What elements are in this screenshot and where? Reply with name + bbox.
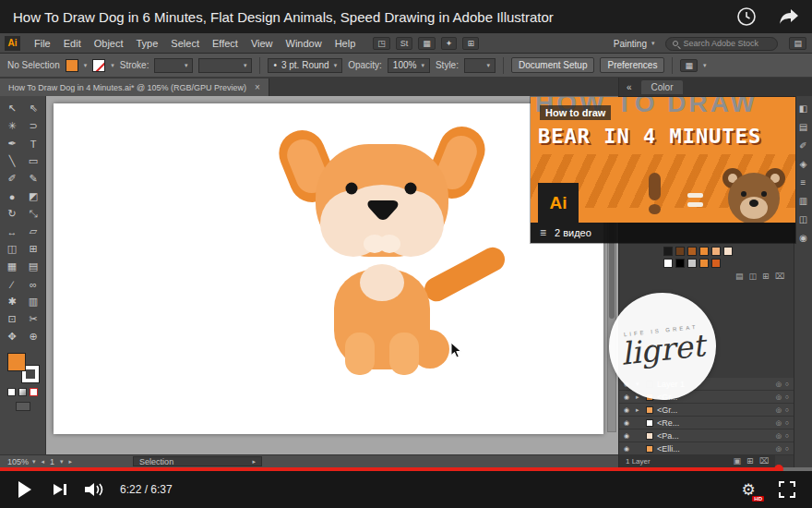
- fill-stroke-indicator[interactable]: [7, 353, 39, 382]
- appearance-panel-icon[interactable]: ◉: [799, 234, 807, 243]
- layer-name[interactable]: <Pa...: [657, 431, 772, 441]
- color-panel-tab[interactable]: Color: [641, 80, 684, 94]
- line-segment-tool[interactable]: ╲: [3, 152, 22, 170]
- selection-circle-icon[interactable]: ○: [785, 419, 789, 426]
- swatch[interactable]: [663, 259, 673, 268]
- play-button[interactable]: [7, 471, 42, 508]
- swatch[interactable]: [723, 247, 733, 256]
- document-setup-button[interactable]: Document Setup: [511, 57, 595, 73]
- eyedropper-tool[interactable]: ∕: [3, 275, 22, 293]
- zoom-control[interactable]: 105% ▾: [7, 457, 36, 466]
- visibility-eye-icon[interactable]: ◉: [624, 432, 632, 440]
- direct-selection-tool[interactable]: ⇖: [24, 100, 43, 117]
- video-title[interactable]: How To Draw Dog in 6 Minutes, Flat Desig…: [13, 9, 736, 25]
- stroke-color-swatch[interactable]: [92, 59, 105, 72]
- selection-circle-icon[interactable]: ○: [785, 406, 789, 413]
- menu-item[interactable]: File: [28, 38, 57, 49]
- rectangle-tool[interactable]: ▭: [24, 152, 43, 170]
- selection-tool[interactable]: ↖: [3, 100, 22, 117]
- swatch[interactable]: [687, 247, 697, 256]
- selection-circle-icon[interactable]: ○: [785, 445, 789, 452]
- color-white-icon[interactable]: [7, 388, 16, 396]
- playlist-bar[interactable]: ≡ 2 видео: [531, 223, 795, 243]
- visibility-eye-icon[interactable]: ◉: [624, 393, 632, 401]
- artboard-next-icon[interactable]: ▸: [69, 458, 73, 466]
- pencil-tool[interactable]: ✎: [24, 170, 43, 187]
- selection-circle-icon[interactable]: ○: [785, 393, 789, 400]
- card-thumbnail[interactable]: HOW TO DRAW How to draw BEAR IN 4 MINUTE…: [531, 97, 795, 223]
- volume-button[interactable]: [78, 471, 113, 508]
- document-tab[interactable]: How To Draw Dog in 4 Minutes.ai* @ 105% …: [0, 79, 269, 96]
- visibility-eye-icon[interactable]: ◉: [624, 419, 632, 427]
- artboard[interactable]: [54, 103, 603, 434]
- swatch[interactable]: [675, 259, 685, 268]
- eraser-tool[interactable]: ◩: [24, 187, 43, 205]
- target-circle-icon[interactable]: ◎: [776, 381, 782, 388]
- perspective-grid-tool[interactable]: ⊞: [24, 240, 43, 258]
- menubar-icon-button[interactable]: ▦: [418, 37, 436, 50]
- opacity-dropdown[interactable]: 100% ▾: [388, 58, 430, 73]
- layer-name[interactable]: <Elli...: [657, 444, 772, 454]
- hand-tool[interactable]: ✥: [3, 328, 22, 345]
- stroke-weight-dropdown[interactable]: ▾: [154, 58, 193, 73]
- layer-row[interactable]: ◉ ▸ <Gr... ◎ ○: [619, 404, 794, 417]
- status-tool-indicator[interactable]: Selection ▸: [133, 456, 262, 466]
- trash-icon[interactable]: ⌧: [775, 272, 784, 281]
- new-swatch-icon[interactable]: ⊞: [762, 272, 770, 281]
- swatch[interactable]: [687, 259, 697, 268]
- blob-brush-tool[interactable]: ●: [3, 187, 22, 205]
- magic-wand-tool[interactable]: ✳: [3, 117, 22, 135]
- menu-item[interactable]: Type: [130, 38, 165, 49]
- target-circle-icon[interactable]: ◎: [776, 393, 782, 401]
- artboard-tool[interactable]: ⊡: [3, 310, 22, 328]
- swatch[interactable]: [675, 247, 685, 256]
- scale-tool[interactable]: ⤡: [24, 205, 43, 223]
- expand-arrow-icon[interactable]: ▸: [636, 406, 642, 414]
- menu-item[interactable]: Select: [164, 38, 206, 49]
- free-transform-tool[interactable]: ▱: [24, 223, 43, 240]
- workspace-switcher[interactable]: Painting ▾: [614, 39, 655, 49]
- brushes-panel-icon[interactable]: ✐: [799, 141, 806, 151]
- column-graph-tool[interactable]: ▥: [24, 293, 43, 310]
- swatch-kinds-icon[interactable]: ◫: [749, 272, 758, 281]
- blend-tool[interactable]: ∞: [24, 275, 43, 293]
- visibility-eye-icon[interactable]: ◉: [624, 406, 632, 414]
- menu-item[interactable]: Help: [328, 38, 363, 49]
- menu-item[interactable]: Object: [88, 38, 130, 49]
- symbols-panel-icon[interactable]: ◈: [800, 160, 807, 169]
- panel-grid-icon[interactable]: ▤: [789, 37, 806, 50]
- lasso-tool[interactable]: ⊃: [24, 117, 43, 135]
- width-tool[interactable]: ↔: [3, 223, 22, 240]
- layer-name[interactable]: <Re...: [657, 418, 772, 428]
- menu-item[interactable]: Edit: [57, 38, 88, 49]
- color-panel-icon[interactable]: ◧: [799, 104, 807, 114]
- screen-mode-icon[interactable]: [16, 402, 30, 411]
- close-icon[interactable]: ×: [255, 82, 260, 92]
- pen-tool[interactable]: ✒: [3, 135, 22, 152]
- slice-tool[interactable]: ✂: [24, 310, 43, 328]
- next-button[interactable]: [42, 471, 78, 508]
- swatch[interactable]: [663, 247, 673, 256]
- align-panel-icon[interactable]: ▦: [680, 59, 698, 72]
- gradient-tool[interactable]: ▤: [24, 258, 43, 275]
- swatches-panel-icon[interactable]: ▤: [799, 123, 807, 132]
- fill-swatch-indicator[interactable]: [7, 353, 26, 371]
- watch-later-icon[interactable]: [736, 6, 757, 27]
- menubar-icon-button[interactable]: St: [396, 37, 413, 50]
- none-icon[interactable]: [30, 388, 38, 396]
- shape-builder-tool[interactable]: ◫: [3, 240, 22, 258]
- share-icon[interactable]: [779, 8, 799, 25]
- make-mask-icon[interactable]: ▣: [734, 456, 742, 466]
- transparency-panel-icon[interactable]: ◫: [799, 215, 807, 224]
- layer-row[interactable]: ◉ <Re... ◎ ○: [619, 417, 794, 429]
- target-circle-icon[interactable]: ◎: [776, 445, 782, 453]
- menu-item[interactable]: View: [245, 38, 280, 49]
- rotate-tool[interactable]: ↻: [3, 205, 22, 223]
- menubar-icon-button[interactable]: ⊞: [462, 37, 479, 50]
- mesh-tool[interactable]: ▦: [3, 258, 22, 275]
- swatch-libraries-icon[interactable]: ▤: [735, 272, 744, 281]
- layer-name[interactable]: <Gr...: [657, 405, 772, 415]
- zoom-tool[interactable]: ⊕: [24, 328, 43, 345]
- target-circle-icon[interactable]: ◎: [776, 432, 782, 440]
- swatch[interactable]: [699, 259, 709, 268]
